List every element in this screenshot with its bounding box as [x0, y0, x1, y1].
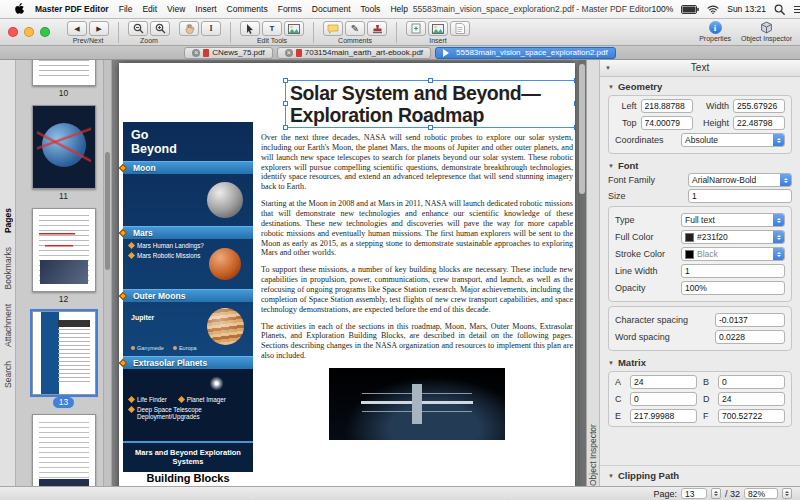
insert-page-button[interactable] — [406, 21, 426, 36]
font-family-select[interactable]: ArialNarrow-Bold — [688, 173, 792, 187]
thumbnail-page-12[interactable]: 12 — [32, 208, 96, 311]
stroke-color-select[interactable]: Black — [681, 247, 785, 261]
sidebar-tab-bookmarks[interactable]: Bookmarks — [3, 247, 13, 290]
geometry-height-input[interactable] — [733, 116, 785, 130]
selection-handle[interactable] — [428, 78, 433, 83]
menu-tools[interactable]: Tools — [356, 4, 386, 14]
insert-image-button[interactable] — [428, 21, 448, 36]
scrollbar-thumb[interactable] — [579, 64, 585, 194]
matrix-section-header[interactable]: Matrix — [600, 353, 800, 369]
page-thumbnail[interactable] — [32, 105, 96, 189]
menu-forms[interactable]: Forms — [273, 4, 307, 14]
thumbnail-page-11[interactable]: 11 — [32, 105, 96, 208]
document-scrollbar[interactable] — [578, 60, 586, 486]
tab-cnews[interactable]: CNews_75.pdf — [184, 47, 272, 59]
thumbnail-page-10[interactable]: 10 — [32, 60, 96, 105]
page-thumbnail[interactable] — [32, 60, 96, 86]
menu-document[interactable]: Document — [307, 4, 356, 14]
matrix-a-input[interactable] — [630, 375, 697, 389]
iss-photo[interactable] — [329, 368, 505, 440]
matrix-b-input[interactable] — [718, 375, 785, 389]
font-size-input[interactable] — [688, 189, 792, 203]
character-spacing-input[interactable] — [715, 313, 785, 327]
prev-page-button[interactable] — [67, 21, 87, 36]
edit-image-tool-button[interactable] — [284, 21, 304, 36]
zoom-window-button[interactable] — [40, 27, 50, 37]
edit-text-tool-button[interactable] — [262, 21, 282, 36]
object-inspector-button[interactable]: Object Inspector — [741, 21, 792, 42]
paragraph[interactable]: The activities in each of the sections i… — [261, 322, 573, 361]
paragraph[interactable]: Over the next three decades, NASA will s… — [261, 133, 573, 192]
opacity-input[interactable] — [681, 281, 785, 295]
spotlight-search-icon[interactable] — [774, 4, 785, 15]
type-select[interactable]: Full text — [681, 213, 785, 227]
geometry-left-input[interactable] — [641, 99, 693, 113]
thumbnail-scrollbar[interactable] — [103, 60, 111, 486]
comment-stamp-button[interactable] — [367, 21, 387, 36]
paragraph[interactable]: Starting at the Moon in 2008 and at Mars… — [261, 199, 573, 258]
menu-comments[interactable]: Comments — [222, 4, 273, 14]
clipping-path-section-header[interactable]: Clipping Path — [600, 465, 800, 486]
tab-vision-space-exploration[interactable]: 55583main_vision_space_exploration2.pdf — [435, 47, 616, 59]
zoom-input[interactable] — [744, 488, 778, 499]
selected-text-object[interactable]: Solar System and Beyond— Exploration Roa… — [285, 80, 575, 128]
wifi-icon[interactable] — [707, 5, 719, 14]
full-color-select[interactable]: #231f20 — [681, 230, 785, 244]
selection-handle[interactable] — [574, 125, 575, 130]
next-page-button[interactable] — [89, 21, 109, 36]
close-tab-icon[interactable] — [192, 49, 200, 57]
page-thumbnail[interactable] — [32, 311, 96, 395]
close-window-button[interactable] — [8, 27, 18, 37]
menu-app-name[interactable]: Master PDF Editor — [30, 4, 114, 14]
selection-handle[interactable] — [574, 101, 575, 106]
geometry-section-header[interactable]: Geometry — [600, 77, 800, 93]
minimize-window-button[interactable] — [24, 27, 34, 37]
geometry-width-input[interactable] — [733, 99, 785, 113]
selection-handle[interactable] — [574, 78, 575, 83]
scrollbar-thumb[interactable] — [105, 152, 110, 270]
menu-file[interactable]: File — [114, 4, 138, 14]
word-spacing-input[interactable] — [715, 330, 785, 344]
menu-edit[interactable]: Edit — [137, 4, 162, 14]
notification-center-icon[interactable] — [793, 5, 800, 14]
comment-highlight-button[interactable] — [345, 21, 365, 36]
menubar-clock[interactable]: Sun 13:21 — [727, 4, 766, 14]
hand-tool-button[interactable] — [179, 21, 199, 36]
selection-handle[interactable] — [428, 125, 433, 130]
page-thumbnail[interactable] — [32, 208, 96, 292]
sidebar-tab-search[interactable]: Search — [3, 361, 13, 388]
building-blocks-heading[interactable]: Building Blocks — [123, 472, 253, 485]
menu-help[interactable]: Help — [385, 4, 412, 14]
close-tab-icon[interactable] — [285, 49, 293, 57]
matrix-c-input[interactable] — [630, 392, 697, 406]
thumbnail-page-13-selected[interactable]: 13 — [32, 311, 96, 414]
geometry-top-input[interactable] — [641, 116, 693, 130]
menu-view[interactable]: View — [162, 4, 190, 14]
roadmap-infographic[interactable]: Go Beyond Moon Mars Mars Human Landings?… — [123, 122, 253, 472]
matrix-f-input[interactable] — [718, 409, 785, 423]
sidebar-tab-pages[interactable]: Pages — [3, 208, 13, 233]
comment-note-button[interactable] — [323, 21, 343, 36]
battery-icon[interactable] — [681, 5, 699, 14]
object-inspector-strip[interactable]: Object Inspector — [586, 60, 600, 486]
coordinates-select[interactable]: Absolute — [681, 133, 785, 147]
zoom-in-button[interactable] — [150, 21, 170, 36]
font-section-header[interactable]: Font — [600, 156, 800, 172]
page-stepper[interactable] — [711, 488, 721, 499]
select-text-tool-button[interactable] — [201, 21, 221, 36]
insert-note-button[interactable] — [450, 21, 470, 36]
menu-insert[interactable]: Insert — [190, 4, 221, 14]
page-thumbnail[interactable] — [32, 414, 96, 486]
apple-menu[interactable] — [10, 3, 30, 15]
line-width-input[interactable] — [681, 264, 785, 278]
tab-earth-art[interactable]: 703154main_earth_art-ebook.pdf — [277, 47, 431, 59]
zoom-out-button[interactable] — [128, 21, 148, 36]
matrix-e-input[interactable] — [630, 409, 697, 423]
paragraph[interactable]: To support these missions, a number of k… — [261, 265, 573, 314]
edit-object-tool-button[interactable] — [240, 21, 260, 36]
sidebar-tab-attachment[interactable]: Attachment — [3, 304, 13, 347]
selection-handle[interactable] — [283, 125, 288, 130]
properties-button[interactable]: Properties — [699, 21, 731, 42]
selection-handle[interactable] — [283, 101, 288, 106]
matrix-d-input[interactable] — [718, 392, 785, 406]
